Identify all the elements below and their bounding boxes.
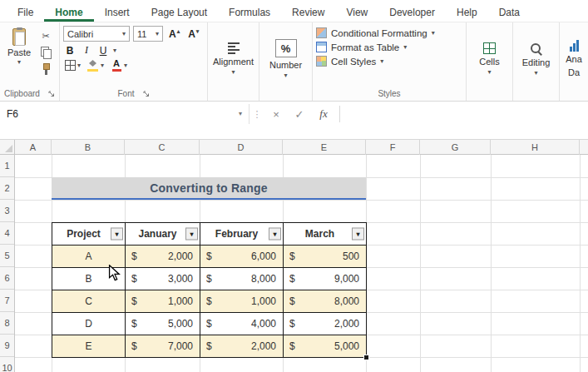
cell-e-march[interactable]: $5,000 (284, 335, 367, 358)
tab-review[interactable]: Review (281, 2, 335, 22)
cell-a-february[interactable]: $6,000 (200, 246, 284, 268)
cell-e-january[interactable]: $7,000 (126, 335, 200, 358)
column-header-G[interactable]: G (420, 140, 491, 155)
cell-c-march[interactable]: $8,000 (284, 290, 367, 313)
name-box-value: F6 (7, 108, 18, 120)
column-header-B[interactable]: B (52, 140, 125, 155)
cell-b-march[interactable]: $9,000 (284, 268, 367, 290)
row-header-2[interactable]: 2 (0, 177, 14, 200)
name-box[interactable]: F6 ▾ (0, 104, 250, 124)
font-color-button[interactable]: A▾ (109, 59, 129, 72)
number-button[interactable]: % Number ▾ (259, 22, 312, 101)
cancel-button[interactable]: × (264, 108, 288, 121)
column-header-F[interactable]: F (366, 140, 420, 155)
copy-button[interactable] (39, 46, 52, 59)
filter-button-february[interactable]: ▾ (269, 228, 281, 241)
cut-button[interactable]: ✂ (39, 29, 52, 42)
cell-project-d[interactable]: D (52, 313, 126, 335)
cell-a-january[interactable]: $2,000 (126, 246, 200, 268)
tab-home[interactable]: Home (44, 2, 93, 22)
row-header-4[interactable]: 4 (0, 222, 14, 245)
tab-help[interactable]: Help (446, 2, 488, 22)
row-header-6[interactable]: 6 (0, 267, 14, 290)
row-header-8[interactable]: 8 (0, 312, 14, 335)
conditional-formatting-button[interactable]: Conditional Formatting ▾ (316, 27, 435, 38)
cell-project-c[interactable]: C (52, 290, 126, 313)
filter-button-project[interactable]: ▾ (111, 228, 123, 241)
borders-button[interactable]: ▾ (63, 60, 82, 71)
dialog-launcher-icon[interactable] (143, 91, 150, 97)
table-row: A $2,000 $6,000 $500 (52, 246, 367, 268)
table-header-january[interactable]: January ▾ (126, 223, 200, 246)
bold-button[interactable]: B (63, 45, 77, 57)
cell-b-january[interactable]: $3,000 (126, 268, 200, 290)
tab-formulas[interactable]: Formulas (218, 2, 281, 22)
font-name-select[interactable]: Calibri ▾ (63, 26, 130, 42)
currency-symbol: $ (131, 250, 137, 262)
cell-b-february[interactable]: $8,000 (200, 268, 284, 290)
column-headers: ABCDEFGH (15, 140, 588, 155)
font-color-letter: A (113, 59, 120, 68)
tab-file[interactable]: File (7, 2, 44, 22)
cell-d-february[interactable]: $4,000 (200, 313, 284, 335)
format-as-table-label: Format as Table (331, 42, 399, 52)
font-size-select[interactable]: 11 ▾ (133, 26, 163, 42)
conditional-formatting-label: Conditional Formatting (331, 28, 427, 38)
row-header-7[interactable]: 7 (0, 290, 14, 312)
fill-color-button[interactable]: ▾ (86, 59, 106, 72)
tab-developer[interactable]: Developer (378, 2, 446, 22)
column-header-C[interactable]: C (125, 140, 200, 155)
format-painter-button[interactable] (39, 62, 52, 76)
alignment-button[interactable]: Alignment ▾ (208, 22, 259, 101)
tab-view[interactable]: View (335, 2, 378, 22)
shrink-font-button[interactable]: A▾ (185, 28, 201, 40)
fill-handle[interactable] (363, 355, 369, 360)
cell-styles-button[interactable]: Cell Styles ▾ (316, 56, 435, 67)
chevron-down-icon: ▾ (17, 59, 21, 66)
column-header-H[interactable]: H (491, 140, 580, 155)
row-header-3[interactable]: 3 (0, 200, 14, 222)
row-header-10[interactable]: 10 (0, 357, 14, 372)
cell-project-e[interactable]: E (52, 335, 126, 358)
dialog-launcher-icon[interactable] (48, 91, 55, 97)
format-as-table-button[interactable]: Format as Table ▾ (316, 42, 435, 52)
filter-button-january[interactable]: ▾ (185, 228, 198, 241)
formula-input[interactable] (343, 104, 588, 124)
row-header-5[interactable]: 5 (0, 245, 14, 267)
tab-page-layout[interactable]: Page Layout (141, 2, 218, 22)
column-header-A[interactable]: A (15, 140, 52, 155)
insert-function-button[interactable]: fx (311, 107, 336, 121)
analyze-data-button[interactable]: Ana Da (560, 22, 588, 101)
cell-value: 8,000 (334, 295, 359, 307)
cell-c-february[interactable]: $1,000 (200, 290, 284, 313)
cell-d-march[interactable]: $2,000 (284, 313, 367, 335)
cell-d-january[interactable]: $5,000 (126, 313, 200, 335)
tab-insert[interactable]: Insert (94, 2, 141, 22)
enter-button[interactable]: ✓ (288, 108, 311, 121)
grid-body[interactable]: Converting to Range Project ▾ January ▾ … (15, 155, 588, 372)
column-header-E[interactable]: E (283, 140, 366, 155)
select-all-corner[interactable] (0, 140, 15, 155)
table-header-march[interactable]: March ▾ (284, 223, 367, 246)
cells-button[interactable]: Cells ▾ (467, 22, 512, 101)
grow-font-letter: A (169, 28, 176, 40)
table-header-february[interactable]: February ▾ (200, 223, 284, 246)
grow-font-button[interactable]: A▴ (166, 28, 182, 40)
column-header-D[interactable]: D (200, 140, 283, 155)
row-header-1[interactable]: 1 (0, 155, 14, 177)
chevron-down-icon[interactable]: ▾ (113, 47, 116, 54)
currency-symbol: $ (131, 273, 137, 285)
row-header-9[interactable]: 9 (0, 335, 14, 357)
editing-button[interactable]: Editing ▾ (513, 22, 559, 101)
filter-button-march[interactable]: ▾ (352, 228, 364, 241)
underline-button[interactable]: U (96, 45, 110, 57)
cell-e-february[interactable]: $2,000 (200, 335, 284, 358)
group-label-styles: Styles (378, 89, 400, 98)
table-header-project[interactable]: Project ▾ (52, 223, 126, 246)
cell-a-march[interactable]: $500 (284, 246, 367, 268)
cell-c-january[interactable]: $1,000 (126, 290, 200, 313)
italic-button[interactable]: I (80, 44, 93, 57)
paste-button[interactable]: Paste ▾ (3, 26, 35, 87)
tab-data[interactable]: Data (488, 2, 531, 22)
formula-bar-grip[interactable]: ⋮ (250, 109, 264, 120)
